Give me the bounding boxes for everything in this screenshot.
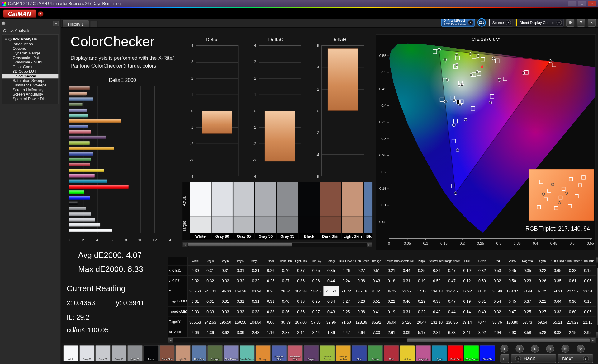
close-panel-button[interactable]: ×: [588, 18, 596, 26]
patch-button-100-green[interactable]: 100% Green: [464, 345, 479, 361]
cell-orange-yellow-tY[interactable]: 130.36: [444, 317, 459, 327]
cell-black-ty[interactable]: 0.33: [263, 307, 278, 317]
cell-purple-x[interactable]: 0.25: [414, 265, 429, 275]
cell-blue-tY[interactable]: 19.14: [459, 317, 474, 327]
cell-gray-80-de[interactable]: 4.36: [203, 327, 218, 337]
patch-button-100-blue[interactable]: 100% Blue: [480, 345, 495, 361]
patch-button-bluish-green[interactable]: Bluish Green: [240, 345, 255, 361]
cell-purplish-blue-x[interactable]: 0.21: [384, 265, 399, 275]
cell-green-y[interactable]: 0.50: [475, 276, 490, 286]
cell-moderate-red-x[interactable]: 0.44: [399, 265, 414, 275]
cell-blue-sky-x[interactable]: 0.25: [308, 265, 323, 275]
continuous-measure-button[interactable]: ∞: [561, 345, 569, 353]
cell-100-blue-x[interactable]: 0.15: [580, 265, 595, 275]
cell-light-skin-y[interactable]: 0.36: [293, 276, 308, 286]
cell-purplish-blue-tY[interactable]: 36.04: [384, 317, 399, 327]
cell-foliage-tx[interactable]: 0.34: [324, 296, 339, 306]
sidebar-item-luminance-sweeps[interactable]: Luminance Sweeps: [2, 83, 58, 88]
cell-blue-de[interactable]: 3.41: [459, 327, 474, 337]
cell-cyan-de[interactable]: 5.28: [535, 327, 550, 337]
scroll-right-arrow[interactable]: ►: [367, 243, 372, 247]
cell-green-tx[interactable]: 0.31: [475, 296, 490, 306]
patch-button-light-skin[interactable]: Light Skin: [175, 345, 191, 361]
cell-light-skin-Y[interactable]: 104.38: [293, 286, 308, 296]
cell-gray-35-tY[interactable]: 104.84: [248, 317, 263, 327]
sidebar-item-introduction[interactable]: Introduction: [2, 42, 58, 47]
cell-green-tY[interactable]: 70.44: [475, 317, 490, 327]
cell-cyan-x[interactable]: 0.22: [535, 265, 550, 275]
patch-button-orange-yellow[interactable]: Orange Yellow: [336, 345, 351, 361]
cell-purplish-blue-ty[interactable]: 0.19: [384, 307, 399, 317]
chevron-down-icon[interactable]: ▼: [468, 20, 473, 25]
cell-purple-Y[interactable]: 17.18: [414, 286, 429, 296]
cell-bluish-green-y[interactable]: 0.36: [354, 276, 369, 286]
cell-dark-skin-Y[interactable]: 28.84: [278, 286, 293, 296]
cell-black-x[interactable]: 0.26: [263, 265, 278, 275]
stop-button[interactable]: ■: [516, 345, 524, 353]
cell-white-y[interactable]: 0.32: [187, 276, 202, 286]
cell-100-red-y[interactable]: 0.35: [550, 276, 565, 286]
cell-light-skin-x[interactable]: 0.37: [293, 265, 308, 275]
cell-orange-Y[interactable]: 81.65: [369, 286, 384, 296]
cell-blue-sky-Y[interactable]: 58.45: [308, 286, 323, 296]
cell-black-y[interactable]: 0.25: [263, 276, 278, 286]
cell-dark-skin-y[interactable]: 0.37: [278, 276, 293, 286]
cell-100-green-tx[interactable]: 0.30: [565, 296, 580, 306]
cell-gray-35-de[interactable]: 2.43: [248, 327, 263, 337]
cell-magenta-ty[interactable]: 0.25: [520, 307, 535, 317]
cell-gray-80-Y[interactable]: 241.01: [203, 286, 218, 296]
cell-gray-35-y[interactable]: 0.32: [248, 276, 263, 286]
sidebar-item-spectral-power-dist-[interactable]: Spectral Power Dist.: [2, 97, 58, 101]
cell-moderate-red-de[interactable]: 3.09: [399, 327, 414, 337]
cell-yellow-green-tx[interactable]: 0.38: [429, 296, 444, 306]
cell-moderate-red-tx[interactable]: 0.46: [399, 296, 414, 306]
cell-purple-tY[interactable]: 20.47: [414, 317, 429, 327]
chevron-down-icon[interactable]: ▼: [38, 11, 43, 16]
pause-button[interactable]: ‖: [546, 345, 554, 353]
meter-select-button[interactable]: X-Rite i1Pro 2 LCD Direct View ▼: [441, 18, 475, 26]
next-button[interactable]: Next »: [558, 354, 593, 363]
cell-black-tY[interactable]: 0.00: [263, 317, 278, 327]
cell-bluish-green-de[interactable]: 2.64: [354, 327, 369, 337]
cell-100-red-tx[interactable]: 0.64: [550, 296, 565, 306]
patch-button-blue-sky[interactable]: Blue Sky: [192, 345, 207, 361]
sidebar-item-grayscale-multi[interactable]: Grayscale - Multi: [2, 60, 58, 65]
patch-button-cyan[interactable]: Cyan: [432, 345, 447, 361]
cell-white-Y[interactable]: 306.63: [187, 286, 202, 296]
cell-gray-35-ty[interactable]: 0.33: [248, 307, 263, 317]
cell-bluish-green-ty[interactable]: 0.36: [354, 307, 369, 317]
patch-button-purple[interactable]: Purple: [304, 345, 319, 361]
cell-foliage-x[interactable]: 0.35: [324, 265, 339, 275]
patch-button-red[interactable]: Red: [384, 345, 399, 361]
patch-button-gray-35[interactable]: Gray 35: [127, 345, 143, 361]
cell-orange-yellow-tx[interactable]: 0.47: [444, 296, 459, 306]
patch-button-foliage[interactable]: Foliage: [207, 345, 223, 361]
cell-gray-65-Y[interactable]: 196.33: [218, 286, 233, 296]
cell-yellow-x[interactable]: 0.45: [505, 265, 520, 275]
cell-blue-flower-ty[interactable]: 0.25: [339, 307, 354, 317]
back-button[interactable]: « Back: [511, 354, 556, 363]
patch-button-green[interactable]: Green: [368, 345, 383, 361]
cell-foliage-y[interactable]: 0.44: [324, 276, 339, 286]
cell-blue-flower-y[interactable]: 0.24: [339, 276, 354, 286]
cell-green-ty[interactable]: 0.49: [475, 307, 490, 317]
cell-100-green-tY[interactable]: 219.29: [565, 317, 580, 327]
patch-button-orange[interactable]: Orange: [255, 345, 271, 361]
calman-menu-button[interactable]: CalMAN: [3, 10, 36, 18]
patch-button-blue-flower[interactable]: Blue Flower: [224, 345, 239, 361]
cell-orange-yellow-ty[interactable]: 0.44: [444, 307, 459, 317]
patch-button-yellow-green[interactable]: Yellow Green: [320, 345, 335, 361]
cell-gray-65-y[interactable]: 0.32: [218, 276, 233, 286]
sidebar-item-quick-analysis-root[interactable]: Quick Analysis: [2, 36, 58, 42]
cell-foliage-Y[interactable]: 40.53: [324, 286, 339, 296]
cell-light-skin-tY[interactable]: 107.00: [293, 317, 308, 327]
help-button[interactable]: ?: [577, 18, 585, 26]
maximize-button[interactable]: □: [578, 1, 586, 6]
table-vertical-scrollbar[interactable]: ▲ ▼: [596, 257, 598, 338]
cell-100-green-Y[interactable]: 227.52: [565, 286, 580, 296]
cell-orange-yellow-y[interactable]: 0.47: [444, 276, 459, 286]
scroll-left-arrow[interactable]: ◄: [168, 338, 173, 342]
cell-gray-50-Y[interactable]: 154.28: [233, 286, 248, 296]
cell-magenta-de[interactable]: 3.58: [520, 327, 535, 337]
cell-blue-sky-de[interactable]: 3.44: [308, 327, 323, 337]
